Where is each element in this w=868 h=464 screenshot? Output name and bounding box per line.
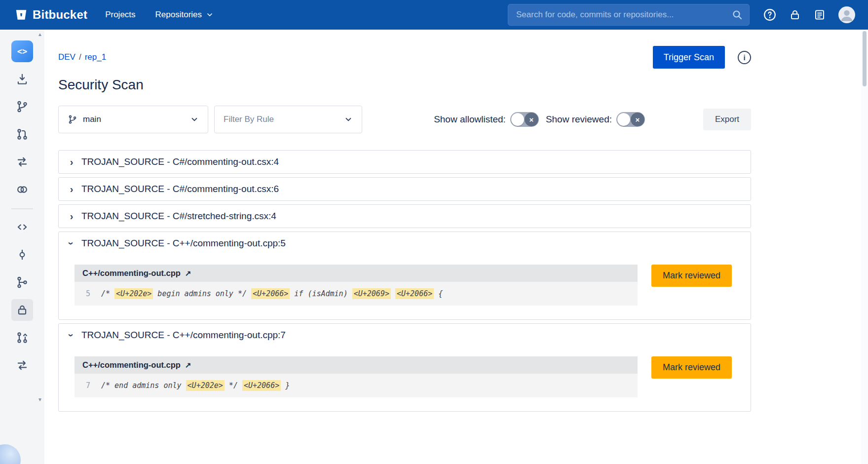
code-file-name: C++/commenting-out.cpp xyxy=(82,360,181,370)
repository-sidebar: <> xyxy=(0,30,44,464)
branch-icon xyxy=(68,115,77,124)
unicode-control-char-token: <U+2066> xyxy=(395,288,434,299)
branch-select[interactable]: main xyxy=(58,106,208,133)
finding-title: TROJAN_SOURCE - C#/commenting-out.csx:6 xyxy=(81,184,279,194)
toggle-off-icon: × xyxy=(525,113,538,126)
commits-icon[interactable] xyxy=(11,244,33,266)
nav-projects[interactable]: Projects xyxy=(105,10,135,20)
unicode-control-char-token: <U+202e> xyxy=(114,288,153,299)
breadcrumb-separator: / xyxy=(79,52,81,62)
finding-header[interactable]: TROJAN_SOURCE - C#/stretched-string.csx:… xyxy=(59,205,751,228)
finding-header[interactable]: TROJAN_SOURCE - C#/commenting-out.csx:6 xyxy=(59,178,751,200)
filter-toolbar: main Filter By Rule Show allowlisted: × … xyxy=(58,106,751,133)
code-line: 7 /* end admins only <U+202e> */ <U+2066… xyxy=(75,374,638,397)
code-text-segment xyxy=(391,289,395,298)
code-text-segment: */ xyxy=(225,381,242,390)
branches-icon[interactable] xyxy=(11,271,33,293)
show-reviewed-toggle[interactable]: × xyxy=(616,112,645,127)
breadcrumb-repo-link[interactable]: rep_1 xyxy=(85,52,106,62)
show-allowlisted-toggle[interactable]: × xyxy=(510,112,539,127)
finding-header[interactable]: TROJAN_SOURCE - C#/commenting-out.csx:4 xyxy=(59,151,751,173)
top-nav-menu: Projects Repositories xyxy=(105,10,214,20)
search-input[interactable] xyxy=(508,4,750,26)
toggle-knob xyxy=(511,113,524,126)
mark-reviewed-button[interactable]: Mark reviewed xyxy=(651,265,732,287)
forks-icon[interactable] xyxy=(11,354,33,376)
code-content: /* <U+202e> begin admins only */ <U+2066… xyxy=(101,289,443,298)
export-button[interactable]: Export xyxy=(703,109,751,130)
user-avatar[interactable] xyxy=(838,6,855,23)
global-search xyxy=(508,4,750,26)
toggle-off-icon: × xyxy=(631,113,644,126)
chevron-icon xyxy=(67,331,76,339)
finding-title: TROJAN_SOURCE - C#/commenting-out.csx:4 xyxy=(81,156,279,167)
compare-icon[interactable] xyxy=(11,151,33,173)
pull-requests-icon[interactable] xyxy=(11,327,33,348)
bitbucket-logo[interactable]: Bitbucket xyxy=(15,8,87,22)
mark-reviewed-button[interactable]: Mark reviewed xyxy=(651,356,732,379)
finding-row: TROJAN_SOURCE - C#/commenting-out.csx:4 xyxy=(58,150,751,174)
chevron-icon xyxy=(68,157,75,167)
chevron-icon xyxy=(68,184,75,194)
sidebar-scroll-down-icon[interactable]: ▼ xyxy=(37,397,43,403)
external-link-icon: ↗ xyxy=(185,361,191,370)
chevron-down-icon xyxy=(206,11,214,19)
rule-filter-select[interactable]: Filter By Rule xyxy=(214,106,362,133)
findings-list: TROJAN_SOURCE - C#/commenting-out.csx:4 … xyxy=(58,150,751,412)
chevron-icon xyxy=(67,239,76,247)
code-text-segment: } xyxy=(281,381,290,390)
lock-icon[interactable] xyxy=(789,9,801,21)
code-snippet: C++/commenting-out.cpp ↗ 5 /* <U+202e> b… xyxy=(75,265,638,306)
finding-header[interactable]: TROJAN_SOURCE - C++/commenting-out.cpp:5 xyxy=(59,232,751,255)
help-icon[interactable] xyxy=(763,8,776,21)
code-text-segment: if (isAdmin) xyxy=(290,289,352,298)
external-link-icon: ↗ xyxy=(185,269,191,278)
code-file-name: C++/commenting-out.cpp xyxy=(82,269,181,278)
pull-request-icon[interactable] xyxy=(11,123,33,145)
main-content: DEV / rep_1 Trigger Scan Security Scan m… xyxy=(44,30,861,464)
unicode-control-char-token: <U+2069> xyxy=(352,288,391,299)
breadcrumb: DEV / rep_1 xyxy=(58,52,106,62)
nav-repositories[interactable]: Repositories xyxy=(155,10,214,20)
top-navigation-bar: Bitbucket Projects Repositories xyxy=(0,0,868,30)
code-text-segment: /* end admins only xyxy=(101,381,186,390)
toggle-group: Show allowlisted: × Show reviewed: × xyxy=(434,112,652,127)
nav-projects-label: Projects xyxy=(105,10,135,20)
finding-title: TROJAN_SOURCE - C++/commenting-out.cpp:5 xyxy=(81,238,286,249)
finding-detail: C++/commenting-out.cpp ↗ 7 /* end admins… xyxy=(59,347,751,411)
top-icon-group xyxy=(763,6,855,23)
mirrors-icon[interactable] xyxy=(11,179,33,200)
finding-row: TROJAN_SOURCE - C#/stretched-string.csx:… xyxy=(58,204,751,228)
checkout-icon[interactable] xyxy=(11,68,33,90)
breadcrumb-project-link[interactable]: DEV xyxy=(58,52,75,62)
page-scrollbar[interactable] xyxy=(861,30,868,464)
source-code-icon[interactable] xyxy=(11,216,33,238)
code-file-link[interactable]: C++/commenting-out.cpp ↗ xyxy=(75,265,638,282)
security-scan-lock-icon[interactable] xyxy=(11,299,33,321)
repository-avatar[interactable]: <> xyxy=(11,40,33,62)
unicode-control-char-token: <U+202e> xyxy=(186,380,225,391)
trigger-scan-button[interactable]: Trigger Scan xyxy=(653,46,725,69)
finding-detail: C++/commenting-out.cpp ↗ 5 /* <U+202e> b… xyxy=(59,255,751,319)
bitbucket-mark-icon xyxy=(15,8,28,21)
finding-title: TROJAN_SOURCE - C#/stretched-string.csx:… xyxy=(81,211,276,222)
finding-row: TROJAN_SOURCE - C++/commenting-out.cpp:5… xyxy=(58,232,751,320)
code-file-link[interactable]: C++/commenting-out.cpp ↗ xyxy=(75,356,638,374)
chevron-icon xyxy=(68,211,75,221)
unicode-control-char-token: <U+2066> xyxy=(242,380,281,391)
unicode-control-char-token: <U+2066> xyxy=(251,288,290,299)
code-line: 5 /* <U+202e> begin admins only */ <U+20… xyxy=(75,282,638,306)
feedback-icon[interactable] xyxy=(814,9,826,21)
line-number: 5 xyxy=(82,289,90,298)
chevron-down-icon xyxy=(190,115,199,124)
finding-header[interactable]: TROJAN_SOURCE - C++/commenting-out.cpp:7 xyxy=(59,324,751,347)
sidebar-scroll-up-icon[interactable]: ▲ xyxy=(37,32,43,38)
info-icon[interactable] xyxy=(738,51,751,64)
branch-icon[interactable] xyxy=(11,96,33,117)
code-text-segment: begin admins only */ xyxy=(153,289,251,298)
search-icon[interactable] xyxy=(731,9,743,21)
line-number: 7 xyxy=(82,381,90,390)
scrollbar-handle[interactable] xyxy=(863,31,867,86)
finding-row: TROJAN_SOURCE - C++/commenting-out.cpp:7… xyxy=(58,323,751,412)
code-snippet: C++/commenting-out.cpp ↗ 7 /* end admins… xyxy=(75,356,638,397)
